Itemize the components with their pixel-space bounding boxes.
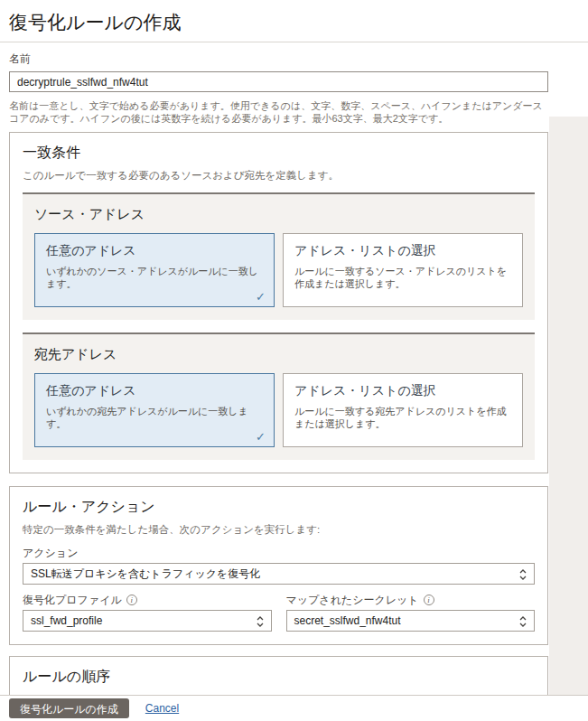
destination-address-title: 宛先アドレス xyxy=(34,345,523,362)
decryption-profile-value: ssl_fwd_profile xyxy=(31,614,102,627)
action-label: アクション xyxy=(23,547,535,559)
match-conditions-subtitle: このルールで一致する必要のあるソースおよび宛先を定義します。 xyxy=(23,169,535,182)
select-updown-chevrons-icon xyxy=(256,614,265,629)
decryption-profile-select[interactable]: ssl_fwd_profile xyxy=(23,610,272,632)
action-select-value: SSL転送プロキシを含むトラフィックを復号化 xyxy=(31,566,260,582)
card-description: いずれかのソース・アドレスがルールに一致します。 xyxy=(46,265,263,290)
name-field-group: 名前 名前は一意とし、文字で始める必要があります。使用できるのは、文字、数字、ス… xyxy=(9,42,548,125)
source-select-address-list-card[interactable]: アドレス・リストの選択 ルールに一致するソース・アドレスのリストを作成または選択… xyxy=(283,233,523,307)
match-conditions-panel: 一致条件 このルールで一致する必要のあるソースおよび宛先を定義します。 ソース・… xyxy=(9,132,548,473)
card-description: いずれかの宛先アドレスがルールに一致します。 xyxy=(46,405,263,430)
create-decryption-rule-page: 復号化ルールの作成 名前 名前は一意とし、文字で始める必要があります。使用できる… xyxy=(0,0,588,721)
check-icon: ✓ xyxy=(256,290,266,304)
select-updown-chevrons-icon xyxy=(518,567,527,582)
source-address-title: ソース・アドレス xyxy=(34,205,523,222)
mapped-secret-value: secret_sslfwd_nfw4tut xyxy=(294,614,401,627)
card-description: ルールに一致するソース・アドレスのリストを作成または選択します。 xyxy=(294,265,511,290)
source-any-address-card[interactable]: 任意のアドレス いずれかのソース・アドレスがルールに一致します。 ✓ xyxy=(34,233,275,307)
card-description: ルールに一致する宛先アドレスのリストを作成または選択します。 xyxy=(294,405,511,430)
page-title: 復号化ルールの作成 xyxy=(9,11,579,34)
source-address-section: ソース・アドレス 任意のアドレス いずれかのソース・アドレスがルールに一致します… xyxy=(23,192,535,320)
footer-action-bar: 復号化ルールの作成 Cancel xyxy=(0,695,588,721)
info-icon[interactable]: i xyxy=(424,595,434,605)
destination-address-section: 宛先アドレス 任意のアドレス いずれかの宛先アドレスがルールに一致します。 ✓ … xyxy=(23,332,535,460)
rule-action-subtitle: 特定の一致条件を満たした場合、次のアクションを実行します: xyxy=(23,523,535,536)
cancel-link[interactable]: Cancel xyxy=(145,702,179,715)
check-icon: ✓ xyxy=(256,430,266,444)
card-title: アドレス・リストの選択 xyxy=(294,382,511,398)
name-input[interactable] xyxy=(9,71,548,92)
name-help-text: 名前は一意とし、文字で始める必要があります。使用できるのは、文字、数字、スペース… xyxy=(9,99,548,125)
card-title: 任意のアドレス xyxy=(46,382,263,398)
select-updown-chevrons-icon xyxy=(518,614,527,629)
page-background-strip xyxy=(549,117,588,695)
page-header: 復号化ルールの作成 xyxy=(0,0,588,42)
create-decryption-rule-button[interactable]: 復号化ルールの作成 xyxy=(9,698,129,718)
action-select[interactable]: SSL転送プロキシを含むトラフィックを復号化 xyxy=(23,563,535,585)
card-title: アドレス・リストの選択 xyxy=(294,242,511,258)
info-icon[interactable]: i xyxy=(126,595,137,605)
destination-select-address-list-card[interactable]: アドレス・リストの選択 ルールに一致する宛先アドレスのリストを作成または選択しま… xyxy=(283,373,523,447)
rule-action-title: ルール・アクション xyxy=(23,498,535,516)
decryption-profile-label: 復号化プロファイル xyxy=(23,594,122,606)
card-title: 任意のアドレス xyxy=(46,242,263,258)
mapped-secret-label: マップされたシークレット xyxy=(286,594,419,606)
rule-order-title: ルールの順序 xyxy=(23,668,535,686)
destination-any-address-card[interactable]: 任意のアドレス いずれかの宛先アドレスがルールに一致します。 ✓ xyxy=(34,373,275,447)
name-label: 名前 xyxy=(9,52,548,65)
match-conditions-title: 一致条件 xyxy=(23,144,535,162)
mapped-secret-select[interactable]: secret_sslfwd_nfw4tut xyxy=(286,610,536,632)
rule-action-panel: ルール・アクション 特定の一致条件を満たした場合、次のアクションを実行します: … xyxy=(9,486,548,645)
